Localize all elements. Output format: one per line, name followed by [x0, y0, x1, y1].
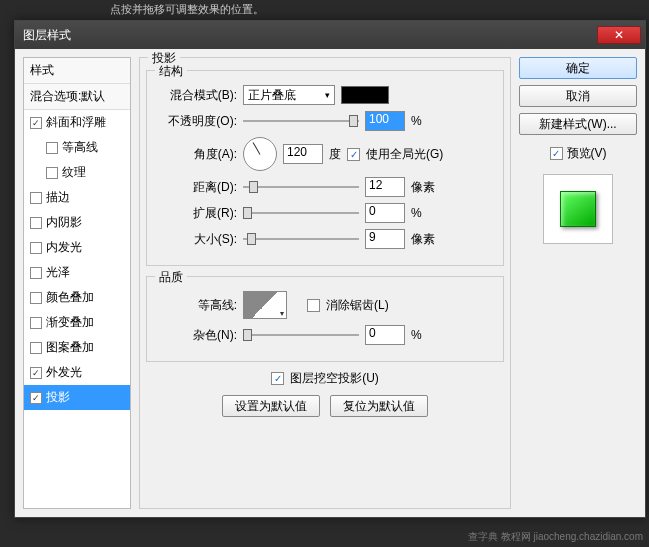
- distance-slider[interactable]: [243, 178, 359, 196]
- angle-dial[interactable]: [243, 137, 277, 171]
- sidebar-item-label: 描边: [46, 189, 70, 206]
- sidebar-item-label: 斜面和浮雕: [46, 114, 106, 131]
- percent-unit-2: %: [411, 206, 441, 220]
- sidebar-item-label: 图案叠加: [46, 339, 94, 356]
- quality-group: 品质 等高线: 消除锯齿(L) 杂色(N): 0 %: [146, 276, 504, 362]
- blend-mode-label: 混合模式(B):: [157, 87, 237, 104]
- global-light-label: 使用全局光(G): [366, 146, 443, 163]
- percent-unit-3: %: [411, 328, 441, 342]
- noise-input[interactable]: 0: [365, 325, 405, 345]
- spread-label: 扩展(R):: [157, 205, 237, 222]
- sidebar-item-8[interactable]: 渐变叠加: [24, 310, 130, 335]
- preview-checkbox[interactable]: ✓: [550, 147, 563, 160]
- angle-input[interactable]: 120: [283, 144, 323, 164]
- right-column: 确定 取消 新建样式(W)... ✓ 预览(V): [519, 57, 637, 509]
- angle-label: 角度(A):: [157, 146, 237, 163]
- contour-picker[interactable]: [243, 291, 287, 319]
- blend-mode-select[interactable]: 正片叠底: [243, 85, 335, 105]
- structure-group: 结构 混合模式(B): 正片叠底 不透明度(O): 100 % 角度(A):: [146, 70, 504, 266]
- opacity-label: 不透明度(O):: [157, 113, 237, 130]
- size-input[interactable]: 9: [365, 229, 405, 249]
- sidebar-checkbox-5[interactable]: [30, 242, 42, 254]
- global-light-checkbox[interactable]: ✓: [347, 148, 360, 161]
- pixel-unit-2: 像素: [411, 231, 441, 248]
- sidebar-item-11[interactable]: ✓投影: [24, 385, 130, 410]
- dialog-body: 样式 混合选项:默认 ✓斜面和浮雕等高线纹理描边内阴影内发光光泽颜色叠加渐变叠加…: [15, 49, 645, 517]
- sidebar-item-label: 外发光: [46, 364, 82, 381]
- dialog-title: 图层样式: [23, 27, 597, 44]
- sidebar-item-0[interactable]: ✓斜面和浮雕: [24, 110, 130, 135]
- sidebar-checkbox-4[interactable]: [30, 217, 42, 229]
- ok-button[interactable]: 确定: [519, 57, 637, 79]
- sidebar-checkbox-7[interactable]: [30, 292, 42, 304]
- sidebar-item-3[interactable]: 描边: [24, 185, 130, 210]
- size-label: 大小(S):: [157, 231, 237, 248]
- sidebar-item-label: 纹理: [62, 164, 86, 181]
- spread-input[interactable]: 0: [365, 203, 405, 223]
- antialias-checkbox[interactable]: [307, 299, 320, 312]
- preview-swatch: [560, 191, 596, 227]
- sidebar-header-blend[interactable]: 混合选项:默认: [24, 84, 130, 110]
- opacity-input[interactable]: 100: [365, 111, 405, 131]
- pixel-unit: 像素: [411, 179, 441, 196]
- sidebar-checkbox-11[interactable]: ✓: [30, 392, 42, 404]
- close-icon: ✕: [614, 28, 624, 42]
- noise-label: 杂色(N):: [157, 327, 237, 344]
- sidebar-item-2[interactable]: 纹理: [24, 160, 130, 185]
- distance-label: 距离(D):: [157, 179, 237, 196]
- distance-input[interactable]: 12: [365, 177, 405, 197]
- sidebar-item-label: 颜色叠加: [46, 289, 94, 306]
- shadow-color-swatch[interactable]: [341, 86, 389, 104]
- sidebar-item-4[interactable]: 内阴影: [24, 210, 130, 235]
- contour-label: 等高线:: [157, 297, 237, 314]
- spread-slider[interactable]: [243, 204, 359, 222]
- sidebar-checkbox-1[interactable]: [46, 142, 58, 154]
- opacity-slider[interactable]: [243, 112, 359, 130]
- panel-outer: 投影 结构 混合模式(B): 正片叠底 不透明度(O): 100 %: [139, 57, 511, 509]
- quality-label: 品质: [155, 269, 187, 286]
- sidebar-header-styles[interactable]: 样式: [24, 58, 130, 84]
- close-button[interactable]: ✕: [597, 26, 641, 44]
- backdrop-hint: 点按并拖移可调整效果的位置。: [110, 2, 264, 17]
- sidebar-checkbox-3[interactable]: [30, 192, 42, 204]
- sidebar-checkbox-0[interactable]: ✓: [30, 117, 42, 129]
- sidebar-item-label: 投影: [46, 389, 70, 406]
- size-slider[interactable]: [243, 230, 359, 248]
- sidebar-item-label: 渐变叠加: [46, 314, 94, 331]
- sidebar-checkbox-2[interactable]: [46, 167, 58, 179]
- sidebar-item-label: 等高线: [62, 139, 98, 156]
- noise-slider[interactable]: [243, 326, 359, 344]
- cancel-button[interactable]: 取消: [519, 85, 637, 107]
- sidebar-checkbox-10[interactable]: ✓: [30, 367, 42, 379]
- new-style-button[interactable]: 新建样式(W)...: [519, 113, 637, 135]
- preview-label: 预览(V): [567, 145, 607, 162]
- sidebar-item-label: 内阴影: [46, 214, 82, 231]
- sidebar-checkbox-8[interactable]: [30, 317, 42, 329]
- percent-unit: %: [411, 114, 441, 128]
- reset-default-button[interactable]: 复位为默认值: [330, 395, 428, 417]
- preview-box: [543, 174, 613, 244]
- knockout-checkbox[interactable]: ✓: [271, 372, 284, 385]
- antialias-label: 消除锯齿(L): [326, 297, 389, 314]
- sidebar-item-10[interactable]: ✓外发光: [24, 360, 130, 385]
- styles-sidebar: 样式 混合选项:默认 ✓斜面和浮雕等高线纹理描边内阴影内发光光泽颜色叠加渐变叠加…: [23, 57, 131, 509]
- sidebar-item-label: 光泽: [46, 264, 70, 281]
- structure-label: 结构: [155, 63, 187, 80]
- angle-unit: 度: [329, 146, 341, 163]
- sidebar-checkbox-9[interactable]: [30, 342, 42, 354]
- knockout-label: 图层挖空投影(U): [290, 370, 379, 387]
- sidebar-item-5[interactable]: 内发光: [24, 235, 130, 260]
- sidebar-checkbox-6[interactable]: [30, 267, 42, 279]
- sidebar-item-6[interactable]: 光泽: [24, 260, 130, 285]
- titlebar: 图层样式 ✕: [15, 21, 645, 49]
- main-panel: 投影 结构 混合模式(B): 正片叠底 不透明度(O): 100 %: [139, 57, 511, 509]
- sidebar-item-9[interactable]: 图案叠加: [24, 335, 130, 360]
- layer-style-dialog: 图层样式 ✕ 样式 混合选项:默认 ✓斜面和浮雕等高线纹理描边内阴影内发光光泽颜…: [14, 20, 646, 518]
- set-default-button[interactable]: 设置为默认值: [222, 395, 320, 417]
- sidebar-item-1[interactable]: 等高线: [24, 135, 130, 160]
- watermark: 查字典 教程网 jiaocheng.chazidian.com: [468, 531, 643, 543]
- sidebar-item-label: 内发光: [46, 239, 82, 256]
- sidebar-item-7[interactable]: 颜色叠加: [24, 285, 130, 310]
